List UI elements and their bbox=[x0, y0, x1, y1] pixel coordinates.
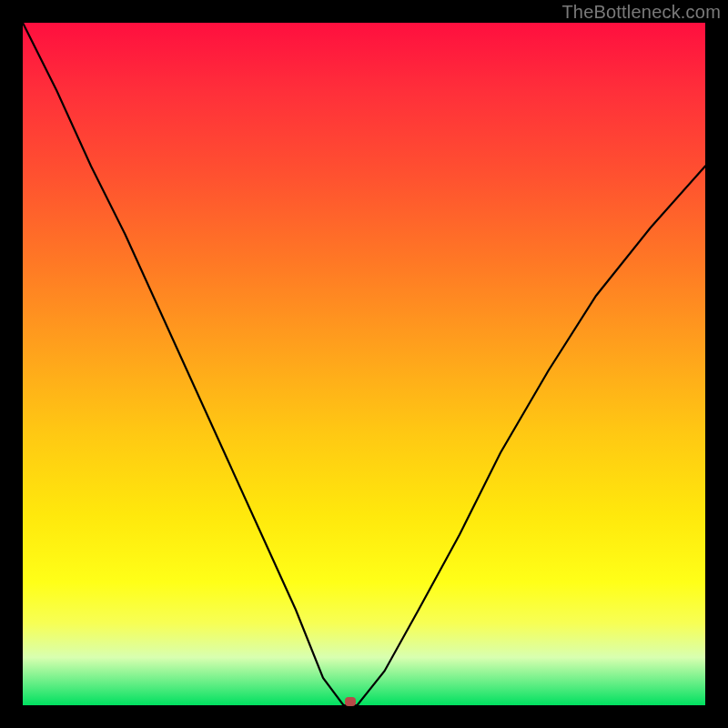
chart-frame: TheBottleneck.com bbox=[0, 0, 728, 728]
curve-path bbox=[23, 23, 705, 705]
bottleneck-curve bbox=[23, 23, 705, 705]
plot-area bbox=[23, 23, 705, 705]
watermark-text: TheBottleneck.com bbox=[561, 2, 721, 23]
bottleneck-marker bbox=[345, 697, 356, 706]
